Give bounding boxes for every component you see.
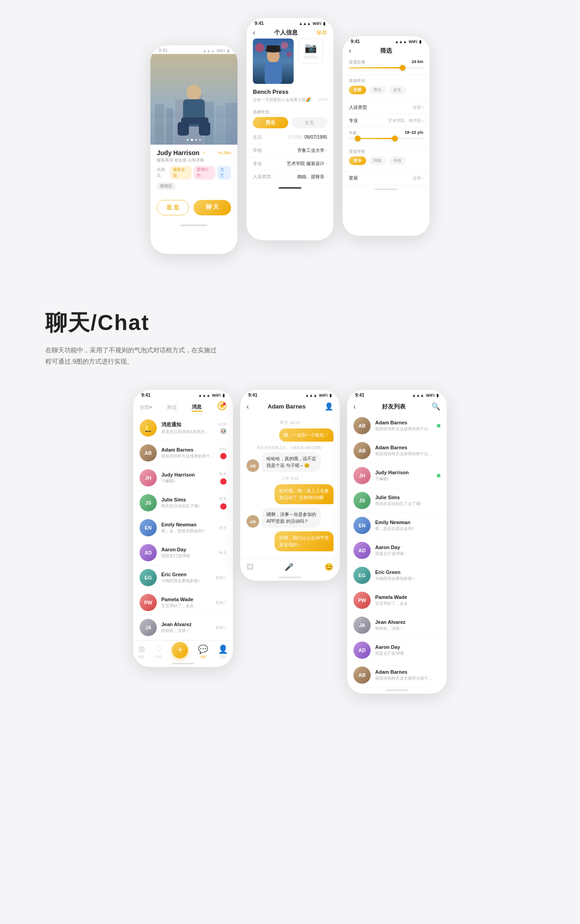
friend-adam1-status	[437, 424, 440, 428]
gender-all-pill[interactable]: 全部	[349, 86, 366, 94]
jean-name: Jean Alvarez	[161, 622, 211, 627]
school-row[interactable]: 学校 齐鲁工业大学 ›	[246, 144, 334, 157]
age-thumb-right[interactable]	[392, 136, 398, 141]
school-other-pill[interactable]: 外校	[389, 156, 406, 165]
friend-item-eric[interactable]: EG Eric Green 今晚陪我去看电影呢~	[347, 563, 447, 588]
conv-emoji-icon[interactable]: 😊	[324, 563, 334, 571]
persona-row[interactable]: 人设类型 御姐、甜辣音 ›	[246, 170, 334, 184]
friend-item-aaron2[interactable]: AD Aaron Day 我是去打篮球哦	[347, 638, 447, 663]
friend-julie-avatar: JS	[353, 492, 371, 509]
msg-item-emily[interactable]: EN Emily Newman 喂，走，您啥东西走吗? 昨天	[133, 515, 233, 540]
friend-julie-name: Julie Sims	[375, 495, 432, 500]
notification-name: 消息通知	[161, 421, 213, 428]
msg-item-eric[interactable]: EG Eric Green 今晚陪我去看电影呢~ 星期二	[133, 565, 233, 590]
conv-mic-icon[interactable]: 🎤	[285, 563, 294, 571]
home-indicator-friends	[386, 690, 408, 691]
distance-slider[interactable]	[349, 67, 423, 68]
friends-search-icon[interactable]: 🔍	[431, 402, 440, 411]
nav-companion[interactable]: ♡ 伴侣	[155, 644, 162, 659]
browse-button[interactable]: 逛 逛	[157, 200, 189, 215]
aaron-time: 昨天	[219, 550, 227, 555]
nav-title-2: 个人信息	[274, 29, 298, 37]
emily-name: Emily Newman	[161, 522, 215, 527]
school-same-pill[interactable]: 同校	[369, 156, 386, 165]
gender-male-btn[interactable]: 男生	[253, 117, 288, 128]
zodiac-row[interactable]: 星座 全部 ›	[343, 172, 430, 185]
major-row[interactable]: 专业 艺术学院 服装设计 ›	[246, 157, 334, 170]
friend-item-adam2[interactable]: AB Adam Barnes 我觉得你昨天这推荐的那个位置是最好的	[347, 438, 447, 463]
back-button-2[interactable]: ‹	[253, 29, 255, 37]
msg-item-jean[interactable]: JA Jean Alvarez 哈哈哈，没错！ 星期二	[133, 615, 233, 640]
friend-item-jean[interactable]: JA Jean Alvarez 哈哈哈，没错！	[347, 613, 447, 638]
svg-rect-2	[155, 104, 164, 145]
major-filter-row[interactable]: 专业 艺术学院、商学院 ›	[343, 114, 430, 127]
nav-discover[interactable]: ⊞ 发现	[138, 644, 145, 659]
friend-item-pamela[interactable]: PW Pamela Wade 宝宝乖好了，走走	[347, 588, 447, 613]
add-chat-icon[interactable]	[218, 401, 227, 412]
friends-header: ‹ 好友列表 🔍	[347, 399, 447, 413]
fab-add-button[interactable]: +	[172, 642, 188, 658]
friend-item-judy[interactable]: JH Judy Harrison 干嘛呢!	[347, 463, 447, 488]
distance-thumb[interactable]	[400, 65, 406, 71]
nav-add[interactable]: +	[172, 646, 188, 658]
msg-item-judy[interactable]: JH Judy Harrison 干嘛呢! 昨天	[133, 466, 233, 491]
profile-info: Judy Harrison ♀ +0.2km 服装表演 校女座 山东济南 共同点…	[150, 145, 237, 196]
friend-aaron-content: Aaron Day 我是去打篮球哦	[375, 545, 432, 557]
msg-item-notification[interactable]: 🔔 消息通知 恭喜您已获得热&新优先者! 请在个人... 11:00 📢	[133, 416, 233, 441]
msg-item-julie[interactable]: JS Julie Sims 明天的活动别忘了哦~ 昨天	[133, 491, 233, 515]
birthday-row: 生日 (日望版) 08/07/1995	[246, 131, 334, 144]
tab-messages[interactable]: 消息	[192, 402, 203, 412]
friend-adam3-preview: 我觉得你昨天这太推荐大那个位置的...	[375, 676, 432, 681]
distance-fill	[349, 67, 402, 68]
gender-pills: 全部 男生 女生	[349, 86, 423, 94]
gender-male-pill[interactable]: 男生	[369, 86, 386, 94]
nav-profile[interactable]: 👤 我的	[218, 644, 228, 659]
persona-type-label: 人设类型	[349, 104, 367, 111]
tab-nearby[interactable]: 附近	[167, 403, 177, 411]
conv-image-icon[interactable]: 🖼	[246, 563, 254, 571]
gender-female-btn[interactable]: 女生	[292, 117, 327, 128]
persona-type-row[interactable]: 人设类型 全部 ›	[343, 101, 430, 114]
chat-button[interactable]: 聊 天	[193, 200, 231, 215]
gender-female-pill[interactable]: 女生	[389, 86, 406, 94]
friend-adam2-status	[437, 449, 440, 452]
dot-1	[187, 139, 189, 141]
friends-back-button[interactable]: ‹	[353, 403, 356, 411]
save-button-2[interactable]: 保存	[316, 29, 327, 37]
friend-item-adam1[interactable]: AB Adam Barnes 我觉得你昨天这推荐的那个位置是最好的	[347, 413, 447, 438]
friend-item-julie[interactable]: JS Julie Sims 明天的活动别忘了走了哦~	[347, 488, 447, 513]
tab-all[interactable]: 全部▾	[140, 403, 152, 411]
back-button-3[interactable]: ‹	[349, 47, 351, 55]
status-bar-friends: 9:41 ▲▲▲ WiFi ▮	[347, 390, 447, 399]
friend-item-adam3[interactable]: AB Adam Barnes 我觉得你昨天这太推荐大那个位置的...	[347, 663, 447, 688]
nav-bar-2: ‹ 个人信息 保存	[246, 27, 334, 39]
msg-item-pamela[interactable]: PW Pamela Wade 宝宝乖好了，走走 星期二	[133, 590, 233, 615]
friend-item-aaron[interactable]: AD Aaron Day 我是去打篮球哦	[347, 538, 447, 563]
school-label: 学校	[253, 147, 262, 154]
friend-emily-name: Emily Newman	[375, 520, 432, 525]
friend-adam2-name: Adam Barnes	[375, 445, 432, 450]
friend-pamela-status	[437, 598, 440, 602]
tab-underline	[192, 411, 203, 412]
friend-jean-status	[437, 623, 440, 627]
adam-content: Adam Barnes 我觉得你昨天这推荐的那个位置的...	[161, 447, 215, 459]
judy-time: 昨天	[219, 472, 227, 477]
nav-messages[interactable]: 💬 消息	[198, 644, 208, 659]
age-thumb-left[interactable]	[355, 136, 361, 141]
msg-item-adam[interactable]: AB Adam Barnes 我觉得你昨天这推荐的那个位置的... 9:31	[133, 441, 233, 466]
username-field[interactable]: Bench Press	[246, 88, 334, 97]
personal-info-phone: 9:41 ▲▲▲ WiFi ▮ ‹ 个人信息 保存	[246, 18, 334, 240]
friend-jean-avatar: JA	[353, 617, 371, 634]
school-local-pill[interactable]: 老乡	[349, 156, 366, 165]
adam-preview: 我觉得你昨天这推荐的那个位置的...	[161, 453, 215, 459]
conv-back-button[interactable]: ‹	[246, 403, 249, 411]
friend-jean-preview: 哈哈哈，没错！	[375, 626, 432, 632]
status-icons-1: ▲▲▲ WiFi ▮	[203, 49, 229, 53]
add-photo-button[interactable]: 📷 添加照片	[298, 39, 323, 63]
age-slider[interactable]	[349, 138, 423, 139]
msg-item-aaron[interactable]: AD Aaron Day 我想去打篮球哦 昨天	[133, 540, 233, 565]
friend-item-emily[interactable]: EN Emily Newman 喂，您还在西还走吗?	[347, 513, 447, 538]
main-photo	[253, 39, 294, 84]
friend-adam2-preview: 我觉得你昨天这推荐的那个位置是最好的	[375, 451, 432, 457]
conv-profile-icon[interactable]: 👤	[324, 402, 334, 411]
